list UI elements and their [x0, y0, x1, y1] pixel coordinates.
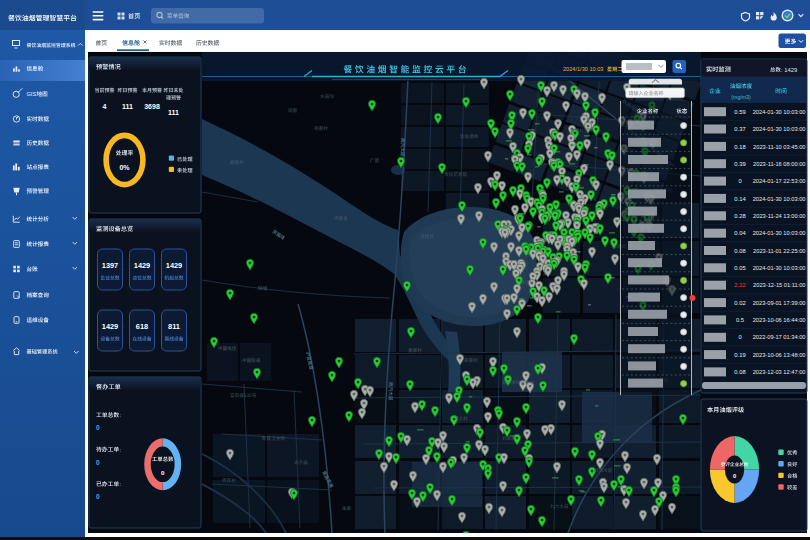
svg-text:1429: 1429	[166, 261, 182, 270]
svg-text:2023-10-06 13:48:00: 2023-10-06 13:48:00	[753, 352, 806, 358]
svg-text:111: 111	[122, 103, 133, 110]
svg-text:0.59: 0.59	[734, 109, 745, 115]
svg-text:0.14: 0.14	[734, 196, 746, 202]
svg-text:2023-12-03 12:47:00: 2023-12-03 12:47:00	[753, 369, 806, 375]
svg-text:0.08: 0.08	[734, 369, 745, 375]
svg-text:0.19: 0.19	[734, 352, 745, 358]
svg-text:2024-01-17 22:53:00: 2024-01-17 22:53:00	[753, 178, 806, 184]
svg-text:0.05: 0.05	[734, 265, 745, 271]
svg-text:0: 0	[738, 178, 741, 184]
svg-text:1429: 1429	[102, 322, 118, 331]
svg-text:1429: 1429	[134, 261, 150, 270]
svg-text:0.04: 0.04	[734, 230, 746, 236]
svg-text:4: 4	[103, 103, 107, 110]
svg-text:0.5: 0.5	[736, 317, 744, 323]
svg-text:1397: 1397	[102, 261, 118, 270]
svg-text:111: 111	[168, 109, 179, 116]
svg-text:2023-09-01 17:39:00: 2023-09-01 17:39:00	[753, 300, 806, 306]
svg-text:2024-01-30 10:03:00: 2024-01-30 10:03:00	[753, 230, 806, 236]
svg-text:0.39: 0.39	[734, 161, 745, 167]
svg-text:811: 811	[168, 322, 180, 331]
svg-text:2023-11-01 22:25:00: 2023-11-01 22:25:00	[753, 248, 805, 254]
svg-text:0.28: 0.28	[734, 213, 745, 219]
svg-text:0.08: 0.08	[734, 248, 745, 254]
svg-text:0: 0	[738, 334, 741, 340]
svg-text:0.02: 0.02	[734, 300, 745, 306]
svg-text:: 1429: : 1429	[781, 67, 797, 73]
svg-text:0.18: 0.18	[734, 144, 745, 150]
svg-text:0.37: 0.37	[734, 126, 745, 132]
svg-text:2023-12-15 01:11:00: 2023-12-15 01:11:00	[753, 282, 805, 288]
svg-text:2024-01-30 10:03:00: 2024-01-30 10:03:00	[753, 126, 806, 132]
svg-text:2023-11-24 13:00:00: 2023-11-24 13:00:00	[753, 213, 805, 219]
svg-text:2024-01-30 10:03:00: 2024-01-30 10:03:00	[753, 109, 806, 115]
svg-text:0%: 0%	[119, 164, 130, 171]
svg-text:3698: 3698	[144, 103, 160, 110]
svg-text:0: 0	[96, 424, 100, 431]
svg-text:(mg/m3): (mg/m3)	[731, 94, 751, 100]
svg-text:2024-01-30 10:03:00: 2024-01-30 10:03:00	[753, 265, 806, 271]
svg-text:2022-09-17 01:34:00: 2022-09-17 01:34:00	[753, 334, 806, 340]
svg-text:0: 0	[96, 459, 100, 466]
svg-text:618: 618	[136, 322, 148, 331]
svg-text:0: 0	[96, 493, 100, 500]
svg-text:2024-01-30 10:03:00: 2024-01-30 10:03:00	[753, 196, 806, 202]
svg-text:2.22: 2.22	[734, 282, 745, 288]
svg-text:0: 0	[733, 473, 736, 479]
svg-text:2024/1/30 10:03: 2024/1/30 10:03	[563, 66, 603, 72]
svg-text:2023-10-06 16:44:00: 2023-10-06 16:44:00	[753, 317, 806, 323]
svg-text:GIS: GIS	[27, 91, 37, 97]
svg-text:2023-11-16 08:00:00: 2023-11-16 08:00:00	[753, 161, 805, 167]
svg-text:0: 0	[161, 469, 165, 476]
svg-text:2023-11-10 03:45:00: 2023-11-10 03:45:00	[753, 144, 805, 150]
